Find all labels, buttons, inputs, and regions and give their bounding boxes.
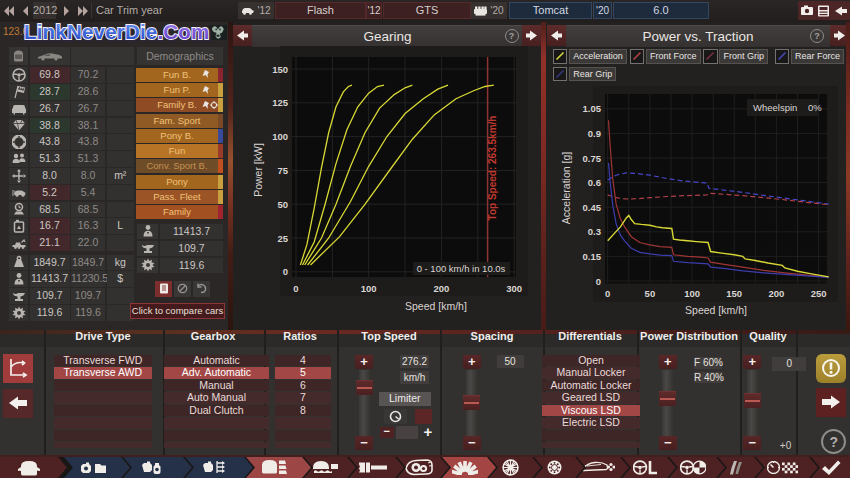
svg-text:125: 125 (272, 97, 289, 108)
svg-text:0: 0 (596, 276, 601, 287)
svg-text:100: 100 (272, 131, 288, 142)
svg-text:0%: 0% (808, 102, 822, 113)
svg-text:0: 0 (283, 266, 288, 277)
svg-text:25: 25 (277, 233, 288, 244)
svg-text:50: 50 (277, 199, 288, 210)
svg-text:LinkNeverDie.Com: LinkNeverDie.Com (24, 20, 210, 43)
svg-text:Speed [km/h]: Speed [km/h] (685, 304, 747, 316)
svg-text:0.75: 0.75 (583, 153, 602, 164)
svg-text:50: 50 (645, 288, 656, 299)
svg-text:Acceleration [g]: Acceleration [g] (560, 152, 572, 224)
svg-text:100: 100 (684, 288, 700, 299)
svg-text:0: 0 (605, 288, 610, 299)
svg-text:150: 150 (726, 288, 742, 299)
svg-text:0.3: 0.3 (588, 226, 601, 237)
svg-text:0 - 100 km/h in 10.0s: 0 - 100 km/h in 10.0s (417, 263, 506, 274)
svg-text:Speed [km/h]: Speed [km/h] (405, 300, 467, 312)
svg-text:Top Speed: 263.5km/h: Top Speed: 263.5km/h (487, 116, 498, 221)
svg-text:200: 200 (768, 288, 784, 299)
svg-text:0.15: 0.15 (583, 251, 602, 262)
svg-text:Wheelspin: Wheelspin (753, 102, 797, 113)
svg-text:1.05: 1.05 (583, 103, 602, 114)
svg-text:Power [kW]: Power [kW] (252, 143, 264, 197)
svg-text:0: 0 (293, 283, 298, 294)
svg-text:300: 300 (506, 283, 522, 294)
svg-text:0.9: 0.9 (588, 128, 601, 139)
svg-text:0.6: 0.6 (588, 177, 601, 188)
svg-text:200: 200 (433, 283, 449, 294)
svg-text:75: 75 (277, 165, 288, 176)
svg-text:100: 100 (361, 283, 377, 294)
svg-text:250: 250 (811, 288, 827, 299)
svg-text:0.45: 0.45 (583, 202, 602, 213)
